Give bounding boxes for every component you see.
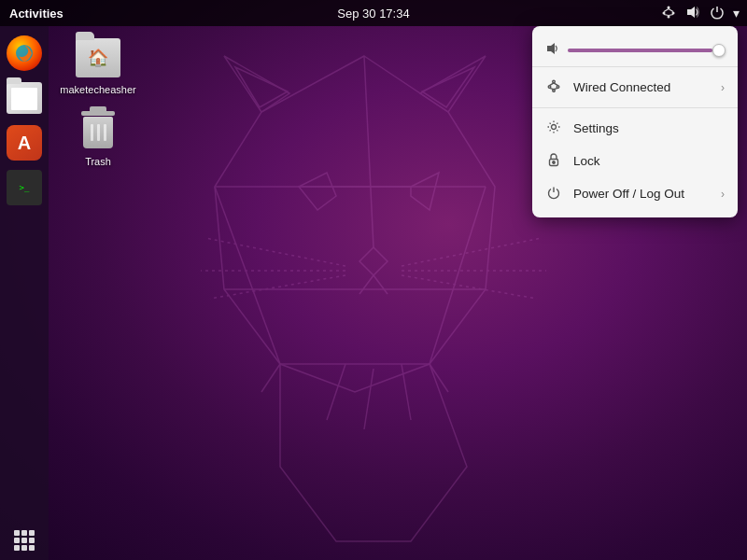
system-menu-arrow[interactable]: ▾ (733, 6, 740, 21)
grid-dot (29, 538, 35, 543)
svg-marker-4 (422, 67, 474, 107)
svg-marker-36 (687, 7, 695, 18)
settings-label: Settings (573, 121, 725, 135)
grid-dot (21, 545, 27, 551)
grid-dot (14, 538, 20, 543)
menu-item-wired[interactable]: Wired Connected › (532, 71, 738, 104)
show-applications-button[interactable] (14, 530, 35, 551)
svg-line-18 (364, 369, 374, 429)
svg-point-39 (553, 80, 556, 83)
svg-marker-5 (299, 173, 336, 210)
svg-point-29 (663, 11, 666, 14)
home-folder-icon[interactable]: 🏠 maketecheasher (61, 35, 135, 95)
svg-marker-38 (547, 43, 555, 54)
svg-line-13 (402, 238, 542, 266)
svg-line-27 (430, 187, 486, 364)
wired-arrow: › (721, 81, 725, 94)
svg-point-47 (552, 125, 557, 130)
menu-item-settings[interactable]: Settings (532, 112, 738, 145)
menu-divider-2 (532, 107, 738, 108)
volume-icon[interactable] (684, 4, 701, 23)
svg-line-17 (327, 364, 345, 420)
sidebar: A >_ (0, 26, 49, 560)
topbar: Activities Sep 30 17:34 (0, 0, 747, 26)
lock-menu-icon (545, 152, 562, 170)
home-folder-label: maketecheasher (60, 84, 135, 95)
menu-item-power[interactable]: Power Off / Log Out › (532, 177, 738, 210)
wired-label: Wired Connected (573, 80, 710, 94)
grid-dot (21, 538, 27, 543)
trash-icon[interactable]: Trash (61, 107, 135, 167)
sidebar-item-terminal[interactable]: >_ (5, 168, 44, 207)
power-arrow: › (721, 188, 725, 201)
grid-dot (14, 530, 20, 536)
svg-line-12 (210, 275, 345, 299)
svg-line-46 (554, 88, 558, 89)
volume-menu-icon (545, 41, 560, 59)
grid-dot (29, 530, 35, 536)
system-tray: ▾ (660, 4, 747, 23)
volume-fill (568, 49, 712, 52)
power-menu-icon (545, 185, 562, 203)
network-icon[interactable] (660, 4, 677, 23)
desktop: Activities Sep 30 17:34 (0, 0, 747, 560)
svg-point-30 (672, 11, 675, 14)
datetime-display: Sep 30 17:34 (337, 7, 409, 21)
svg-line-45 (550, 88, 555, 89)
volume-slider[interactable] (568, 49, 725, 52)
svg-marker-0 (215, 56, 495, 392)
grid-dot (29, 545, 35, 551)
svg-marker-2 (420, 56, 486, 112)
volume-row (532, 34, 738, 63)
svg-point-28 (668, 6, 670, 8)
svg-marker-6 (411, 173, 439, 210)
trash-label: Trash (85, 156, 111, 167)
svg-line-34 (664, 14, 669, 15)
svg-line-10 (205, 238, 345, 266)
menu-divider-1 (532, 66, 738, 67)
svg-line-9 (374, 275, 388, 294)
svg-line-8 (359, 275, 374, 294)
svg-line-35 (669, 14, 673, 15)
menu-item-lock[interactable]: Lock (532, 145, 738, 177)
svg-marker-7 (359, 247, 388, 275)
grid-dot (14, 545, 20, 551)
system-popup-menu: Wired Connected › Settings (532, 26, 738, 217)
power-label: Power Off / Log Out (573, 187, 710, 201)
grid-dot (21, 530, 27, 536)
activities-button[interactable]: Activities (0, 7, 63, 21)
sidebar-item-firefox[interactable] (5, 34, 44, 73)
sidebar-item-software-center[interactable]: A (5, 123, 44, 162)
volume-knob[interactable] (712, 44, 726, 57)
sidebar-item-files[interactable] (5, 78, 44, 118)
network-menu-icon (545, 78, 562, 96)
svg-line-26 (215, 187, 280, 364)
lock-label: Lock (573, 154, 725, 168)
svg-line-22 (364, 56, 374, 247)
svg-line-15 (402, 275, 537, 299)
svg-line-20 (261, 364, 280, 392)
settings-menu-icon (545, 119, 562, 137)
svg-line-43 (550, 83, 555, 86)
svg-line-33 (669, 8, 673, 11)
svg-point-49 (553, 161, 555, 163)
svg-line-32 (664, 8, 669, 11)
power-icon[interactable] (709, 4, 726, 23)
svg-marker-16 (280, 364, 467, 541)
svg-line-44 (554, 83, 558, 86)
svg-point-31 (668, 15, 670, 18)
